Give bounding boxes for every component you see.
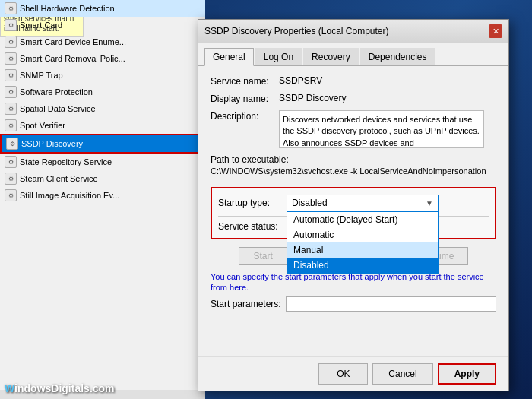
- service-icon: ⚙: [5, 189, 17, 201]
- service-list-item[interactable]: ⚙Smart Card: [0, 17, 205, 33]
- service-list-item[interactable]: ⚙SNMP Trap: [0, 67, 205, 84]
- service-icon: ⚙: [5, 52, 17, 65]
- display-name-label: Display name:: [211, 93, 279, 104]
- startup-section: Startup type: Disabled ▼ Automatic (Dela…: [211, 187, 496, 239]
- modal-title: SSDP Discovery Properties (Local Compute…: [204, 26, 389, 36]
- service-icon: ⚙: [5, 103, 17, 115]
- divider: [211, 182, 496, 182]
- service-list-item[interactable]: ⚙State Repository Service: [0, 154, 205, 170]
- dropdown-option[interactable]: Automatic: [287, 227, 438, 242]
- service-item-label: Spatial Data Service: [20, 104, 96, 113]
- tab-recovery[interactable]: Recovery: [303, 48, 359, 65]
- dropdown-option[interactable]: Manual: [287, 242, 438, 258]
- modal-titlebar: SSDP Discovery Properties (Local Compute…: [198, 20, 508, 43]
- tab-logon[interactable]: Log On: [255, 48, 302, 65]
- param-section: You can specify the start parameters tha…: [211, 271, 496, 312]
- service-icon: ⚙: [5, 19, 17, 31]
- startup-type-label: Startup type:: [218, 198, 287, 208]
- service-name-label: Service name:: [211, 75, 279, 87]
- close-button[interactable]: ✕: [489, 24, 502, 38]
- properties-dialog: SSDP Discovery Properties (Local Compute…: [198, 19, 509, 391]
- service-name-value: SSDPSRV: [279, 75, 322, 86]
- service-icon: ⚙: [5, 36, 17, 48]
- service-list-item[interactable]: ⚙Software Protection: [0, 84, 205, 100]
- bottom-buttons-row: OK Cancel Apply: [198, 356, 508, 391]
- service-icon: ⚙: [5, 69, 17, 81]
- service-icon: ⚙: [5, 173, 17, 185]
- service-item-label: Shell Hardware Detection: [20, 4, 115, 13]
- service-icon: ⚙: [5, 86, 17, 98]
- param-input[interactable]: [286, 296, 496, 312]
- cancel-button[interactable]: Cancel: [372, 363, 432, 385]
- service-list-item[interactable]: ⚙Steam Client Service: [0, 170, 205, 187]
- service-item-label: Smart Card Removal Polic...: [20, 54, 125, 63]
- service-list-item[interactable]: ⚙Spot Verifier: [0, 117, 205, 134]
- service-item-label: Spot Verifier: [20, 121, 65, 130]
- startup-type-select[interactable]: Disabled ▼: [287, 195, 439, 211]
- service-item-label: SSDP Discovery: [21, 139, 83, 148]
- display-name-row: Display name: SSDP Discovery: [211, 93, 496, 104]
- ok-button[interactable]: OK: [318, 363, 368, 385]
- tabs-row: General Log On Recovery Dependencies: [198, 43, 508, 66]
- service-icon: ⚙: [5, 119, 17, 131]
- apply-button[interactable]: Apply: [438, 363, 496, 385]
- path-section: Path to executable: C:\WINDOWS\system32\…: [211, 154, 496, 176]
- service-icon: ⚙: [5, 2, 17, 14]
- service-list-item[interactable]: ⚙Spatial Data Service: [0, 100, 205, 117]
- tab-dependencies[interactable]: Dependencies: [360, 48, 435, 65]
- startup-type-dropdown-container: Disabled ▼ Automatic (Delayed Start)Auto…: [287, 195, 439, 211]
- param-note: You can specify the start parameters tha…: [211, 271, 496, 293]
- service-list-item[interactable]: ⚙Still Image Acquisition Ev...: [0, 187, 205, 204]
- service-item-label: Smart Card: [20, 21, 62, 30]
- service-list-item[interactable]: ⚙Smart Card Device Enume...: [0, 33, 205, 50]
- service-name-row: Service name: SSDPSRV: [211, 75, 496, 87]
- dropdown-option[interactable]: Automatic (Delayed Start): [287, 212, 438, 227]
- service-icon: ⚙: [5, 156, 17, 168]
- watermark: WindowsDigitals.com: [5, 382, 115, 394]
- param-row: Start parameters:: [211, 296, 496, 312]
- description-value: Discovers networked devices and services…: [279, 110, 484, 148]
- path-value: C:\WINDOWS\system32\svchost.exe -k Local…: [211, 166, 496, 176]
- startup-type-row: Startup type: Disabled ▼ Automatic (Dela…: [218, 195, 489, 211]
- service-item-label: Software Protection: [20, 87, 93, 97]
- service-item-label: State Repository Service: [20, 157, 112, 166]
- startup-dropdown-list: Automatic (Delayed Start)AutomaticManual…: [287, 211, 439, 274]
- service-item-label: SNMP Trap: [20, 71, 63, 80]
- description-row: Description: Discovers networked devices…: [211, 110, 496, 148]
- startup-type-selected-value: Disabled: [292, 198, 426, 208]
- service-icon: ⚙: [6, 138, 18, 150]
- service-item-label: Smart Card Device Enume...: [20, 37, 126, 46]
- description-label: Description:: [211, 110, 279, 122]
- path-label: Path to executable:: [211, 154, 496, 165]
- watermark-icon: W: [5, 382, 14, 394]
- tab-general[interactable]: General: [204, 48, 254, 66]
- services-list: ⚙Shell Hardware Detection⚙Smart Card⚙Sma…: [0, 0, 205, 204]
- modal-content: Service name: SSDPSRV Display name: SSDP…: [198, 66, 508, 328]
- service-list-item[interactable]: ⚙SSDP Discovery: [0, 134, 205, 154]
- service-list-item[interactable]: ⚙Shell Hardware Detection: [0, 0, 205, 17]
- param-label: Start parameters:: [211, 299, 281, 309]
- display-name-value: SSDP Discovery: [279, 93, 346, 103]
- dropdown-option[interactable]: Disabled: [287, 258, 438, 273]
- service-status-label: Service status:: [218, 221, 287, 232]
- service-list-item[interactable]: ⚙Smart Card Removal Polic...: [0, 50, 205, 67]
- service-item-label: Steam Client Service: [20, 174, 98, 183]
- start-button[interactable]: Start: [239, 247, 288, 265]
- service-item-label: Still Image Acquisition Ev...: [20, 191, 119, 200]
- dropdown-arrow-icon: ▼: [426, 199, 433, 207]
